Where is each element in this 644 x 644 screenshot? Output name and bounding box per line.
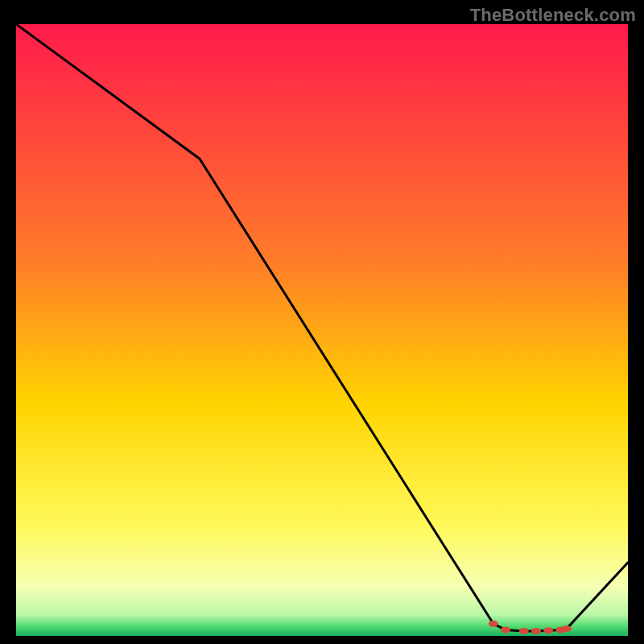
highlight-marker xyxy=(543,627,553,634)
watermark-text: TheBottleneck.com xyxy=(470,5,636,26)
highlight-marker xyxy=(531,628,541,634)
highlight-marker xyxy=(501,626,510,633)
highlight-marker xyxy=(489,621,498,627)
highlight-marker xyxy=(519,628,529,634)
figure-root: TheBottleneck.com xyxy=(0,0,644,644)
plot-svg xyxy=(16,24,628,636)
gradient-backdrop xyxy=(16,24,628,636)
plot-area xyxy=(16,24,628,636)
highlight-marker xyxy=(562,625,572,632)
